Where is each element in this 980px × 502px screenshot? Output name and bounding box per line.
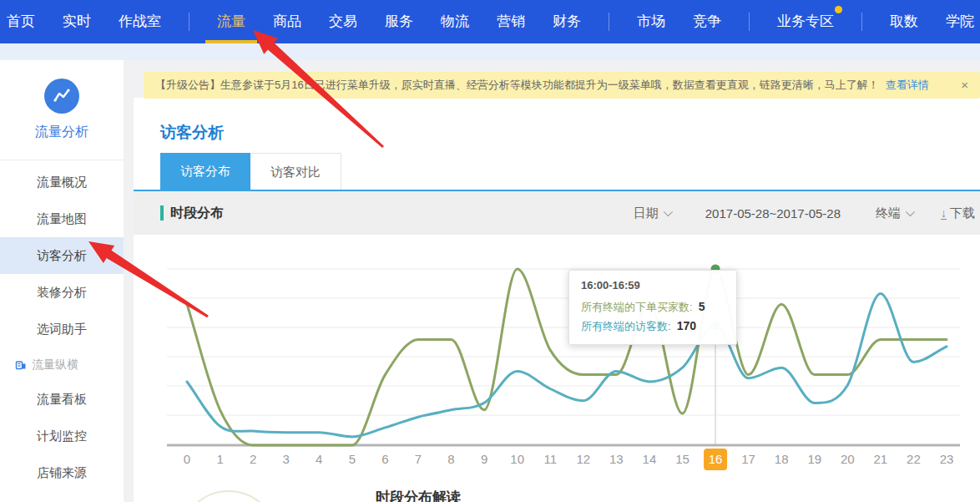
nav-item[interactable]: 交易 (329, 0, 357, 43)
terminal-dropdown[interactable]: 终端 (876, 205, 912, 221)
tooltip-row-visitors: 所有终端的访客数:170 (581, 317, 725, 336)
sidebar-item[interactable]: 店铺来源 (0, 454, 124, 491)
nav-item[interactable]: 服务 (385, 0, 413, 43)
banner-details-link[interactable]: 查看详情 (886, 79, 929, 91)
sidebar-item[interactable]: 访客分析 (0, 237, 124, 274)
building-icon (15, 358, 27, 370)
svg-text:4: 4 (316, 452, 322, 466)
svg-text:5: 5 (349, 452, 356, 466)
nav-divider (861, 13, 862, 31)
nav-item[interactable]: 作战室 (119, 0, 161, 43)
subnav-strip (0, 43, 980, 60)
nav-item[interactable]: 营销 (497, 0, 525, 43)
nav-divider (189, 13, 189, 31)
svg-text:0: 0 (184, 452, 190, 466)
nav-item[interactable]: 商品 (273, 0, 301, 43)
svg-text:22: 22 (907, 452, 921, 466)
tooltip-label: 所有终端的下单买家数: (581, 301, 693, 313)
chart-controls: 日期 2017-05-28~2017-05-28 终端 ↓下载 (634, 205, 975, 221)
nav-item[interactable]: 财务 (553, 0, 581, 43)
nav-item[interactable]: 市场 (637, 0, 665, 43)
svg-text:21: 21 (874, 452, 888, 466)
nav-item[interactable]: 流量 (217, 0, 245, 43)
sidebar-app: 流量分析 (0, 60, 124, 141)
svg-text:14: 14 (643, 452, 657, 466)
nav-item[interactable]: 物流 (441, 0, 469, 43)
sidebar-item[interactable]: 流量看板 (0, 381, 124, 418)
chevron-down-icon (906, 207, 915, 216)
tab-visitor-comparison[interactable]: 访客对比 (250, 153, 341, 190)
svg-text:11: 11 (543, 452, 557, 466)
notification-dot-icon (835, 6, 842, 13)
download-icon: ↓ (941, 207, 947, 220)
svg-text:12: 12 (576, 452, 590, 466)
top-nav: 首页实时作战室流量商品交易服务物流营销财务市场竞争业务专区取数学院 (0, 0, 980, 43)
nav-item[interactable]: 学院 (946, 0, 974, 43)
tooltip-value: 170 (677, 319, 696, 332)
section-marker (160, 205, 164, 221)
svg-text:15: 15 (675, 452, 690, 466)
tab-visitor-distribution[interactable]: 访客分布 (160, 153, 250, 190)
chart-tooltip: 16:00-16:59 所有终端的下单买家数:5 所有终端的访客数:170 (568, 270, 737, 345)
page-title: 访客分析 (160, 122, 224, 144)
nav-item[interactable]: 实时 (63, 0, 91, 43)
svg-text:7: 7 (415, 452, 422, 466)
date-range-value[interactable]: 2017-05-28~2017-05-28 (705, 206, 841, 221)
sidebar-item[interactable]: 装修分析 (0, 274, 124, 311)
close-icon[interactable]: × (961, 72, 968, 99)
svg-text:20: 20 (841, 452, 855, 466)
nav-item[interactable]: 取数 (890, 0, 918, 43)
nav-item[interactable]: 首页 (7, 0, 35, 43)
svg-text:3: 3 (283, 452, 290, 466)
svg-text:23: 23 (940, 452, 954, 466)
svg-text:19: 19 (807, 452, 821, 466)
sidebar: 流量分析 流量概况流量地图访客分析装修分析选词助手流量纵横流量看板计划监控店铺来… (0, 60, 124, 502)
svg-text:10: 10 (510, 452, 524, 466)
date-dropdown[interactable]: 日期 (634, 205, 670, 221)
nav-item[interactable]: 竞争 (693, 0, 721, 43)
sidebar-item[interactable]: 选词助手 (0, 311, 124, 347)
line-chart-icon (44, 79, 79, 114)
tooltip-row-buyers: 所有终端的下单买家数:5 (581, 297, 725, 317)
download-button[interactable]: ↓下载 (941, 205, 975, 221)
nav-item[interactable]: 业务专区 (777, 0, 834, 43)
tooltip-value: 5 (699, 300, 705, 313)
svg-text:8: 8 (447, 452, 454, 466)
svg-text:6: 6 (381, 452, 388, 466)
nav-divider (609, 13, 609, 31)
tooltip-time-range: 16:00-16:59 (581, 279, 725, 292)
svg-text:16: 16 (709, 452, 723, 466)
chevron-down-icon (664, 207, 673, 216)
sidebar-item[interactable]: 流量地图 (0, 200, 124, 237)
banner-text: 【升级公告】生意参谋于5月16日已进行菜单升级，原实时直播、经营分析等模块功能都… (155, 79, 879, 91)
tooltip-label: 所有终端的访客数: (581, 320, 671, 332)
svg-text:1: 1 (216, 452, 223, 466)
sidebar-section-label: 流量纵横 (0, 347, 124, 381)
next-section-title: 时段分布解读 (376, 488, 461, 502)
svg-text:18: 18 (775, 452, 789, 466)
sidebar-item[interactable]: 流量概况 (0, 164, 124, 200)
sidebar-app-label: 流量分析 (0, 124, 124, 141)
section-title: 时段分布 (170, 205, 224, 222)
sidebar-menu: 流量概况流量地图访客分析装修分析选词助手流量纵横流量看板计划监控店铺来源商品来源 (0, 160, 124, 502)
sidebar-item[interactable]: 计划监控 (0, 418, 124, 454)
section-header: 时段分布 日期 2017-05-28~2017-05-28 终端 ↓下载 (134, 191, 980, 235)
svg-text:2: 2 (250, 452, 256, 466)
sidebar-item[interactable]: 商品来源 (0, 491, 124, 502)
svg-text:13: 13 (609, 452, 624, 466)
upgrade-announcement-banner: 【升级公告】生意参谋于5月16日已进行菜单升级，原实时直播、经营分析等模块功能都… (144, 72, 980, 99)
svg-text:9: 9 (481, 452, 487, 466)
tab-bar: 访客分布 访客对比 (160, 153, 341, 190)
svg-text:17: 17 (741, 452, 755, 466)
nav-divider (749, 13, 750, 31)
hourly-distribution-chart[interactable]: 01234567891011121314151617181920212223 (134, 235, 980, 485)
